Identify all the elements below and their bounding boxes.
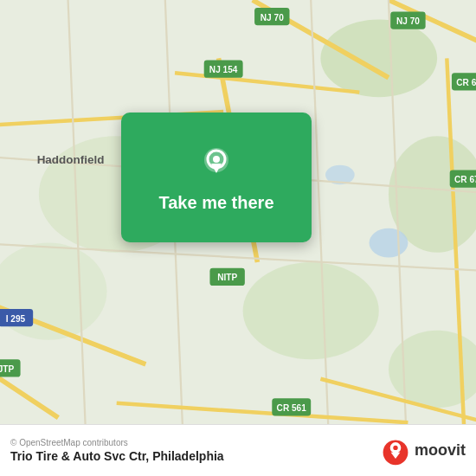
svg-text:NJ 70: NJ 70 <box>396 16 420 26</box>
moovit-logo: moovit <box>380 435 466 466</box>
moovit-text: moovit <box>415 441 466 460</box>
svg-point-7 <box>370 228 408 258</box>
svg-text:Haddonfield: Haddonfield <box>37 153 105 166</box>
svg-text:NJ 154: NJ 154 <box>209 65 238 74</box>
svg-point-1 <box>320 19 437 97</box>
location-info: © OpenStreetMap contributors Trio Tire &… <box>10 438 224 463</box>
location-name: Trio Tire & Auto Svc Ctr, Philadelphia <box>10 449 224 463</box>
svg-text:CR 673: CR 673 <box>454 175 476 184</box>
svg-text:CR 561: CR 561 <box>277 403 307 413</box>
svg-text:I 295: I 295 <box>6 314 26 324</box>
bottom-bar: © OpenStreetMap contributors Trio Tire &… <box>0 424 476 476</box>
svg-text:NITP: NITP <box>217 273 237 282</box>
moovit-icon <box>380 435 411 466</box>
svg-text:NJ 70: NJ 70 <box>261 13 284 23</box>
svg-point-60 <box>393 445 397 449</box>
location-pin-icon <box>196 143 237 184</box>
svg-point-56 <box>213 156 220 163</box>
take-me-there-button[interactable]: Take me there <box>158 193 273 213</box>
svg-point-3 <box>243 262 379 359</box>
navigation-card[interactable]: Take me there <box>121 113 312 242</box>
map-attribution: © OpenStreetMap contributors <box>10 438 224 447</box>
svg-text:NJTP: NJTP <box>0 364 15 374</box>
svg-text:CR 673: CR 673 <box>456 78 476 87</box>
map-container: NJ 70 NJ 70 CR 673 NJ 154 NJTP CR 673 Ha… <box>0 0 476 476</box>
